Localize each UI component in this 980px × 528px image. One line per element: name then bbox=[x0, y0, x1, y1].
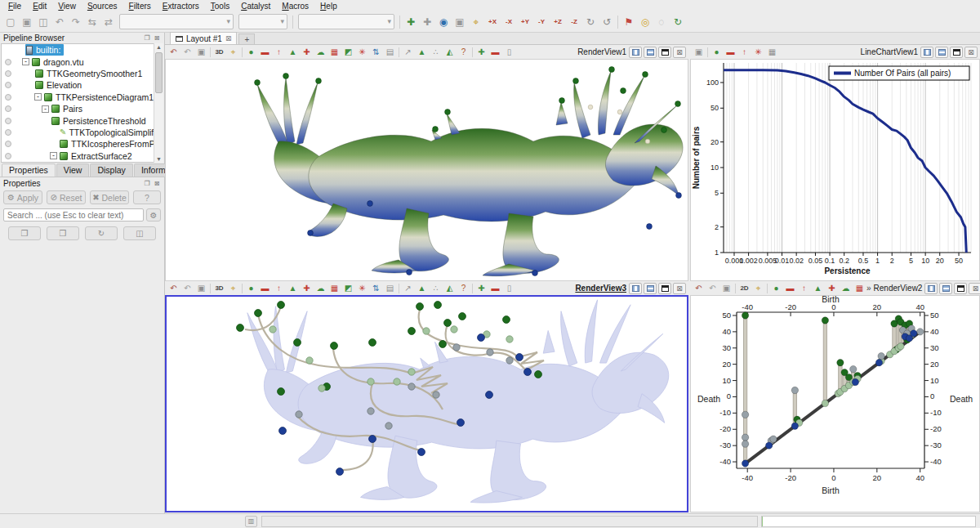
renderview2-viewport[interactable]: -40-40-20-200020204040505040403030202010… bbox=[690, 295, 980, 512]
pipeline-item-pairs[interactable]: -Pairs bbox=[2, 103, 163, 114]
menu-macros[interactable]: Macros bbox=[276, 2, 314, 11]
linechart-viewport[interactable]: 1251020501000.0010.0020.0050.010.020.050… bbox=[690, 59, 980, 281]
trash-icon[interactable]: ▯ bbox=[502, 282, 516, 294]
pipeline-item-ttkpersistencediagram1[interactable]: -TTKPersistenceDiagram1 bbox=[2, 92, 163, 103]
split-vertical-button[interactable] bbox=[644, 283, 657, 294]
help-button[interactable]: ? bbox=[133, 190, 161, 204]
save-data-icon[interactable]: ▣ bbox=[19, 14, 35, 30]
interactive-select-cells-icon[interactable]: ◩ bbox=[341, 282, 355, 294]
progress-abort-button[interactable]: ▥ bbox=[245, 516, 257, 527]
split-horizontal-button[interactable] bbox=[629, 283, 642, 294]
pipeline-item-ttktopologicalsimplification1[interactable]: ✎TTKTopologicalSimplification1 bbox=[2, 127, 163, 138]
pipeline-item-ttkicospheresfrompoints1[interactable]: TTKIcospheresFromPoints1 bbox=[2, 138, 163, 150]
select-points-through-icon[interactable]: ▲ bbox=[286, 282, 300, 294]
renderview3-title[interactable]: RenderView3 bbox=[572, 284, 629, 293]
view-plus-z-icon[interactable]: +Z bbox=[550, 14, 566, 30]
toggle-interaction-mode-icon[interactable]: 3D bbox=[212, 282, 226, 294]
rotate-90-ccw-icon[interactable]: ↺ bbox=[599, 14, 615, 30]
search-input[interactable] bbox=[3, 208, 144, 221]
pipeline-item-dragon-vtu[interactable]: -dragon.vtu bbox=[2, 56, 163, 67]
scroll-down-icon[interactable]: ▼ bbox=[154, 156, 163, 162]
capture-screenshot-icon[interactable]: ▣ bbox=[194, 46, 208, 58]
copy-properties-button[interactable]: ❐ bbox=[8, 226, 41, 240]
zoom-to-box-icon[interactable]: ⌖ bbox=[226, 282, 240, 294]
menu-filters[interactable]: Filters bbox=[123, 2, 157, 11]
dock-close-icon[interactable]: ⊠ bbox=[153, 34, 161, 42]
representation-combo[interactable]: ▾ bbox=[298, 14, 394, 29]
visibility-toggle[interactable] bbox=[5, 153, 11, 159]
close-icon[interactable]: ⊠ bbox=[225, 34, 232, 43]
pick-center-icon[interactable]: ↗ bbox=[401, 282, 415, 294]
component-combo[interactable]: ▾ bbox=[238, 14, 287, 29]
zoom-to-data-icon[interactable]: ✚ bbox=[419, 14, 435, 30]
select-points-polygon-icon[interactable]: ☁ bbox=[314, 282, 327, 294]
view-minus-z-icon[interactable]: -Z bbox=[566, 14, 582, 30]
annotate-triangle-icon[interactable]: ◭ bbox=[443, 282, 457, 294]
view-plus-y-icon[interactable]: +Y bbox=[517, 14, 533, 30]
close-view-button[interactable]: ⊠ bbox=[673, 283, 686, 294]
linechart-title[interactable]: LineChartView1 bbox=[858, 47, 920, 56]
split-vertical-button[interactable] bbox=[939, 283, 952, 294]
capture-screenshot-icon[interactable]: ▣ bbox=[692, 46, 706, 58]
dock-close-icon[interactable]: ⊠ bbox=[153, 180, 161, 187]
reset-button[interactable]: ⊘ Reset bbox=[47, 190, 86, 204]
hover-cells-icon[interactable]: ⇅ bbox=[369, 46, 383, 58]
split-vertical-button[interactable] bbox=[935, 47, 948, 58]
save-camera-icon[interactable]: ↶ bbox=[180, 282, 194, 294]
visibility-toggle[interactable] bbox=[5, 82, 11, 88]
select-cells-through-icon[interactable]: ↑ bbox=[272, 282, 286, 294]
add-selection-icon[interactable]: ✚ bbox=[474, 282, 488, 294]
select-points-on-surface-icon[interactable]: ▬ bbox=[258, 46, 272, 58]
add-selection-icon[interactable]: ↑ bbox=[737, 46, 751, 58]
select-cells-through-icon[interactable]: ↑ bbox=[272, 46, 286, 58]
restore-camera-icon[interactable]: ↶ bbox=[167, 282, 180, 294]
camera-redo-icon[interactable]: ⇄ bbox=[100, 14, 117, 30]
reset-camera-direction-icon[interactable]: ▣ bbox=[452, 14, 468, 30]
tree-expander-icon[interactable]: - bbox=[22, 58, 29, 65]
probe-location-flag-icon[interactable]: ⚑ bbox=[621, 14, 637, 30]
toggle-interaction-mode-icon[interactable]: 2D bbox=[737, 282, 751, 294]
renderview3-viewport[interactable] bbox=[165, 295, 688, 512]
view-minus-y-icon[interactable]: -Y bbox=[533, 14, 550, 30]
deselect-points-icon[interactable]: ▬ bbox=[724, 46, 737, 58]
pipeline-item-persistencethreshold[interactable]: PersistenceThreshold bbox=[2, 114, 163, 126]
zoom-to-box-icon[interactable]: ⌖ bbox=[226, 46, 240, 58]
select-points-through-icon[interactable]: ▲ bbox=[811, 282, 825, 294]
camera-undo-icon[interactable]: ⇆ bbox=[84, 14, 100, 30]
search-options-gear-icon[interactable]: ⚙ bbox=[146, 208, 161, 221]
interactive-select-cells-icon[interactable]: ◩ bbox=[341, 46, 355, 58]
tab-layout-1[interactable]: Layout #1 ⊠ bbox=[170, 32, 237, 44]
select-cells-polygon-icon[interactable]: ✚ bbox=[300, 282, 314, 294]
hover-cells-icon[interactable]: ⇅ bbox=[369, 282, 383, 294]
menu-view[interactable]: View bbox=[52, 2, 82, 11]
probe-query-icon[interactable]: ? bbox=[457, 46, 470, 58]
visibility-toggle[interactable] bbox=[5, 118, 11, 124]
tree-expander-icon[interactable]: - bbox=[42, 105, 49, 113]
close-view-button[interactable]: ⊠ bbox=[969, 283, 980, 294]
tab-view[interactable]: View bbox=[56, 163, 90, 177]
pipeline-item-builtin[interactable]: builtin: bbox=[2, 44, 163, 56]
subtract-selection-icon[interactable]: ▬ bbox=[488, 282, 502, 294]
grow-selection-icon[interactable]: ▤ bbox=[383, 282, 397, 294]
visibility-toggle[interactable] bbox=[5, 59, 11, 65]
tree-expander-icon[interactable]: - bbox=[50, 152, 57, 159]
ruler-icon[interactable]: ∴ bbox=[429, 282, 443, 294]
maximize-button[interactable] bbox=[658, 283, 671, 294]
trash-icon[interactable]: ▯ bbox=[502, 46, 516, 58]
view-plus-x-icon[interactable]: +X bbox=[484, 14, 501, 30]
save-camera-icon[interactable]: ↶ bbox=[706, 282, 719, 294]
zoom-closest-icon[interactable]: ◉ bbox=[435, 14, 452, 30]
menu-extractors[interactable]: Extractors bbox=[157, 2, 205, 11]
restore-camera-icon[interactable]: ↶ bbox=[692, 282, 706, 294]
tree-expander-icon[interactable]: - bbox=[34, 93, 42, 101]
close-view-button[interactable]: ⊠ bbox=[964, 47, 978, 58]
select-points-on-surface-icon[interactable]: ▬ bbox=[258, 282, 272, 294]
clear-selection-icon[interactable]: ▦ bbox=[765, 46, 779, 58]
tab-properties[interactable]: Properties bbox=[2, 163, 56, 177]
save-camera-icon[interactable]: ↶ bbox=[180, 46, 194, 58]
toggle-selection-icon[interactable]: ✳ bbox=[751, 46, 765, 58]
visibility-toggle[interactable] bbox=[5, 94, 11, 101]
select-points-on-surface-icon[interactable]: ▬ bbox=[783, 282, 797, 294]
orientation-axes-icon[interactable]: ◌ bbox=[653, 14, 670, 30]
visibility-toggle[interactable] bbox=[5, 141, 11, 147]
